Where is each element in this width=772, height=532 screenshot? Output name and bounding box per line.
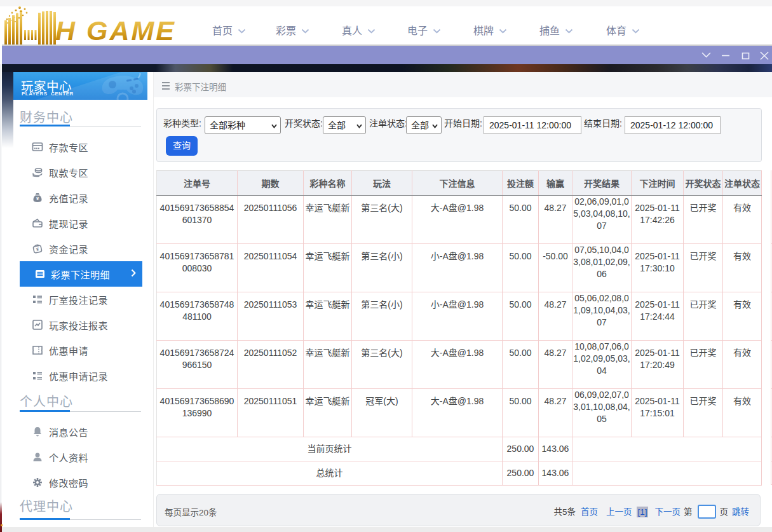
- svg-text:H GAME: H GAME: [55, 15, 176, 46]
- svg-text:¥: ¥: [36, 246, 40, 252]
